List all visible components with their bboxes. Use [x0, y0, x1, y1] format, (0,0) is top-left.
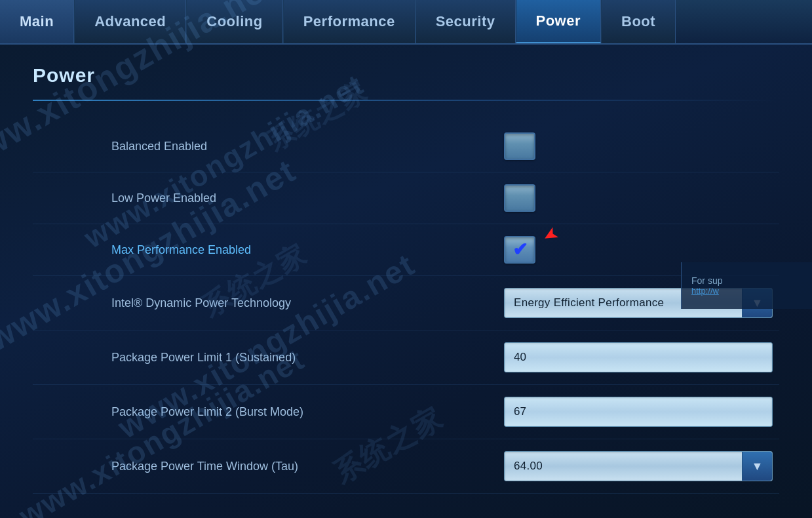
tau-dropdown-arrow[interactable]: ▼ [742, 452, 772, 481]
ppl2-label: Package Power Limit 2 (Burst Mode) [33, 405, 504, 419]
chevron-down-tau-icon: ▼ [752, 460, 764, 473]
balanced-enabled-checkbox[interactable] [504, 132, 535, 160]
tau-value: 64.00 [505, 460, 742, 473]
setting-row-ppl2: Package Power Limit 2 (Burst Mode) [33, 385, 779, 439]
balanced-enabled-control [504, 132, 779, 160]
ppl1-control [504, 342, 779, 372]
page-title: Power [33, 64, 779, 87]
max-performance-enabled-control: ✔ ➤ [504, 236, 779, 264]
title-divider [33, 100, 779, 101]
tab-power[interactable]: Power [516, 0, 602, 43]
tab-bar: Main Advanced Cooling Performance Securi… [0, 0, 812, 45]
setting-row-tau: Package Power Time Window (Tau) 64.00 ▼ [33, 439, 779, 494]
low-power-enabled-control [504, 184, 779, 212]
intel-dynamic-power-label: Intel® Dynamic Power Technology [33, 296, 504, 310]
setting-row-ppl1: Package Power Limit 1 (Sustained) [33, 330, 779, 385]
setting-row-intel-dynamic: Intel® Dynamic Power Technology Energy E… [33, 276, 779, 330]
tab-performance[interactable]: Performance [283, 0, 416, 43]
max-performance-enabled-checkbox[interactable]: ✔ [504, 236, 535, 264]
ppl1-label: Package Power Limit 1 (Sustained) [33, 351, 504, 365]
tab-advanced[interactable]: Advanced [74, 0, 186, 43]
setting-row-low-power: Low Power Enabled [33, 172, 779, 224]
tau-label: Package Power Time Window (Tau) [33, 460, 504, 473]
balanced-enabled-label: Balanced Enabled [33, 140, 504, 153]
tab-cooling[interactable]: Cooling [186, 0, 282, 43]
ppl2-control [504, 397, 779, 427]
max-performance-enabled-label: Max Performance Enabled [33, 243, 504, 257]
tab-boot[interactable]: Boot [601, 0, 676, 43]
ppl2-input[interactable] [504, 397, 773, 427]
right-panel-info: For sup http://w [681, 262, 812, 309]
low-power-enabled-label: Low Power Enabled [33, 191, 504, 205]
for-support-text: For sup [691, 275, 802, 286]
setting-row-max-performance: Max Performance Enabled ✔ ➤ [33, 224, 779, 276]
setting-row-balanced: Balanced Enabled [33, 121, 779, 172]
checkmark-icon: ✔ [512, 241, 528, 259]
tab-security[interactable]: Security [416, 0, 516, 43]
tau-control: 64.00 ▼ [504, 451, 779, 481]
settings-container: Balanced Enabled Low Power Enabled Max P… [33, 121, 779, 494]
red-arrow-indicator: ➤ [539, 222, 562, 248]
ppl1-input[interactable] [504, 342, 773, 372]
support-link[interactable]: http://w [691, 286, 802, 296]
tab-main[interactable]: Main [0, 0, 74, 43]
tau-dropdown[interactable]: 64.00 ▼ [504, 451, 773, 481]
low-power-enabled-checkbox[interactable] [504, 184, 535, 212]
secondary-power-section: Secondary Power Settings [33, 507, 779, 518]
